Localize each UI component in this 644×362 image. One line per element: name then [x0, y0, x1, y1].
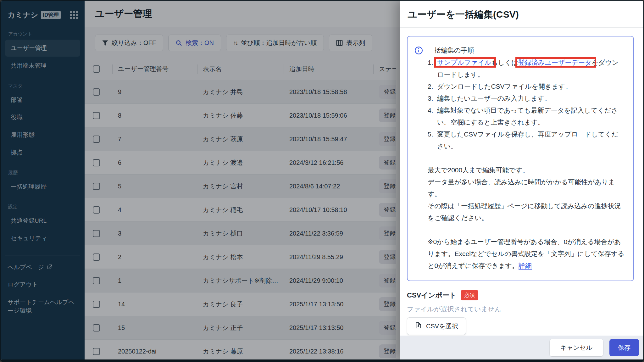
info-icon [414, 46, 423, 272]
drawer-body: 一括編集の手順 1.サンプルファイルもしくは登録済みユーザーデータをダウンロード… [400, 28, 643, 336]
drawer-title: ユーザーを一括編集(CSV) [408, 8, 634, 21]
csv-select-button[interactable]: CSVを選択 [407, 317, 466, 335]
details-link[interactable]: 詳細 [519, 262, 532, 269]
step-text: 編集したいユーザーのみ入力します。 [437, 92, 625, 104]
instruction-step: 4.編集対象でない項目であっても最新データを記入してください。空欄にすると上書き… [428, 104, 625, 128]
csv-import-section: CSVインポート 必須 ファイルが選択されていません CSVを選択 [407, 290, 634, 335]
registered-user-data-link[interactable]: 登録済みユーザーデータ [518, 59, 591, 66]
instructions-box: 一括編集の手順 1.サンプルファイルもしくは登録済みユーザーデータをダウンロード… [407, 36, 634, 281]
cancel-button[interactable]: キャンセル [550, 339, 603, 356]
csv-select-label: CSVを選択 [426, 322, 458, 331]
step-number: 4. [428, 104, 437, 116]
step-text: 変更したCSVファイルを保存し、再度アップロードしてください。 [437, 128, 625, 152]
instructions-heading: 一括編集の手順 [428, 44, 625, 56]
instruction-step: 3.編集したいユーザーのみ入力します。 [428, 92, 625, 104]
instruction-step: 2.ダウンロードしたCSVファイルを開きます。 [428, 81, 625, 92]
step-number: 3. [428, 92, 437, 104]
required-badge: 必須 [461, 290, 478, 300]
drawer-header: ユーザーを一括編集(CSV) [400, 1, 643, 28]
instruction-step: 1.サンプルファイルもしくは登録済みユーザーデータをダウンロードします。 [428, 57, 625, 81]
app-window: カミナシ ID管理 アカウントユーザー管理共用端末管理マスタ部署役職雇用形態拠点… [0, 0, 644, 362]
bulk-edit-csv-drawer: ユーザーを一括編集(CSV) 一括編集の手順 1.サンプルファイルもしくは登録済… [400, 1, 643, 359]
instructions-content: 一括編集の手順 1.サンプルファイルもしくは登録済みユーザーデータをダウンロード… [428, 44, 625, 272]
instruction-step: 5.変更したCSVファイルを保存し、再度アップロードしてください。 [428, 128, 625, 152]
drawer-footer: キャンセル 保存 [400, 336, 643, 359]
step-text: 編集対象でない項目であっても最新データを記入してください。空欄にすると上書きされ… [437, 104, 625, 128]
csv-import-label: CSVインポート [407, 291, 456, 300]
step-number: 1. [428, 57, 437, 69]
instructions-note-zero: ※0から始まるユーザー管理番号がある場合、0が消える場合があります。Excelな… [428, 236, 625, 272]
sample-file-link[interactable]: サンプルファイル [437, 59, 491, 66]
save-button[interactable]: 保存 [609, 339, 639, 356]
step-text: ダウンロードしたCSVファイルを開きます。 [437, 81, 625, 92]
file-status-text: ファイルが選択されていません [407, 305, 634, 314]
file-upload-icon [415, 322, 422, 331]
step-text: サンプルファイルもしくは登録済みユーザーデータをダウンロードします。 [437, 57, 625, 81]
step-number: 5. [428, 128, 437, 140]
instructions-note-capacity: 最大で2000人まで編集可能です。 データ量が多い場合、読み込みに時間がかかる可… [428, 164, 625, 224]
instructions-steps: 1.サンプルファイルもしくは登録済みユーザーデータをダウンロードします。2.ダウ… [428, 57, 625, 152]
step-number: 2. [428, 81, 437, 92]
